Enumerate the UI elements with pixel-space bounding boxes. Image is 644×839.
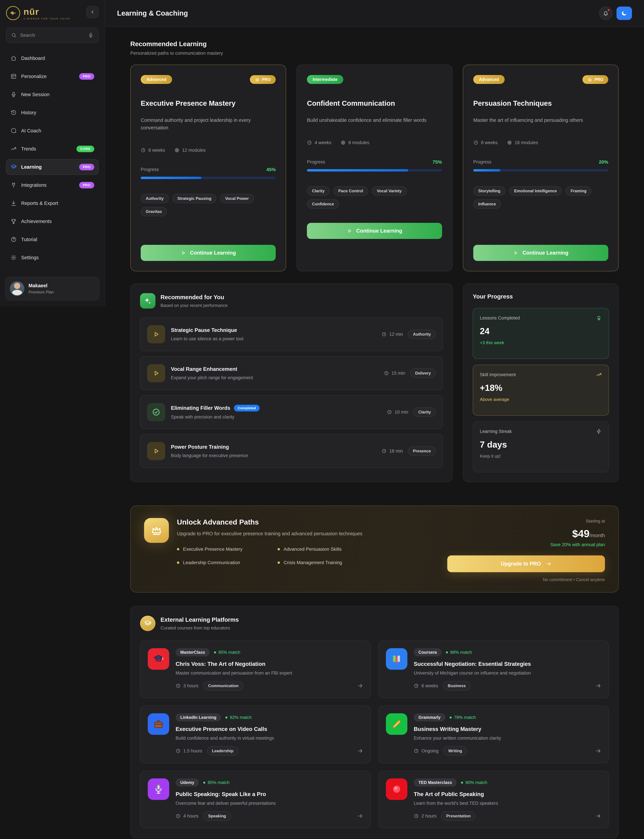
lesson-duration: 12 min [389, 332, 403, 337]
notification-dot [607, 8, 610, 12]
sidebar-item-dashboard[interactable]: Dashboard [6, 50, 99, 66]
arrow-right-icon[interactable] [357, 683, 363, 689]
course-card[interactable]: MasterClass 95% match Chris Voss: The Ar… [140, 640, 371, 698]
target-icon [174, 148, 179, 153]
sidebar-item-integrations[interactable]: Integrations PRO [6, 177, 99, 193]
lesson-tag: Authority [408, 329, 436, 339]
arrow-right-icon[interactable] [357, 813, 363, 819]
notifications-button[interactable] [599, 7, 613, 20]
course-tag: Presentation [441, 811, 476, 821]
progress-label: Progress [307, 160, 325, 165]
lesson-tag: Clarity [413, 407, 436, 417]
user-card[interactable]: Makaeel Premium Plan [5, 277, 99, 300]
tags: ClarityPace ControlVocal VarietyConfiden… [307, 186, 442, 209]
sidebar-item-icon [10, 236, 17, 243]
sidebar-item-tutorial[interactable]: Tutorial [6, 232, 99, 247]
lesson-description: Expand your pitch range for engagement [171, 375, 378, 380]
plan-badge: PRO [79, 182, 94, 188]
sidebar-item-icon [10, 218, 17, 225]
pro-badge: PRO [250, 75, 276, 84]
tag: Influence [473, 199, 501, 209]
crown-icon [255, 77, 260, 82]
brand-tagline: A MIRROR FOR YOUR VOICE [23, 18, 71, 20]
upgrade-to-pro-button[interactable]: Upgrade to PRO [447, 555, 605, 572]
course-card[interactable]: Grammarly 78% match Business Writing Mas… [378, 706, 609, 763]
voice-search-icon[interactable] [88, 32, 94, 38]
path-description: Command authority and project leadership… [141, 117, 276, 132]
stat-label: Skill Improvement [480, 372, 516, 377]
upgrade-feature: Executive Presence Mastery [177, 546, 278, 552]
arrow-right-icon[interactable] [357, 748, 363, 754]
platform-chip: MasterClass [176, 648, 210, 656]
clock-icon [414, 749, 419, 753]
search-box[interactable] [6, 28, 99, 43]
sidebar-item-trends[interactable]: Trends CORE [6, 141, 99, 157]
stat-note: Above average [480, 397, 602, 402]
section-title: Recommended Learning [130, 40, 619, 48]
play-icon [513, 250, 518, 255]
stat-label: Learning Streak [480, 429, 512, 434]
recommendation-item[interactable]: Eliminating Filler Words Completed Speak… [140, 395, 443, 429]
tags: AuthorityStrategic PausingVocal PowerGra… [141, 194, 276, 216]
level-badge: Intermediate [307, 75, 343, 84]
tag: Clarity [307, 186, 330, 196]
continue-learning-button[interactable]: Continue Learning [307, 223, 442, 239]
course-duration: 4 hours [183, 813, 199, 819]
sidebar-item-label: Tutorial [21, 237, 94, 242]
course-card[interactable]: Coursera 88% match Successful Negotiatio… [378, 640, 609, 698]
sidebar-item-personalize[interactable]: Personalize PRO [6, 69, 99, 84]
plan-badge: PRO [79, 164, 94, 170]
sidebar-item-settings[interactable]: Settings [6, 250, 99, 265]
sidebar-item-icon [10, 254, 17, 261]
your-progress-panel: Your Progress Lessons Completed 24 +3 th… [463, 283, 619, 482]
sidebar-item-icon [10, 55, 17, 61]
clock-icon [176, 683, 181, 688]
recommendation-item[interactable]: Vocal Range Enhancement Expand your pitc… [140, 356, 443, 390]
stat-note: Keep it up! [480, 454, 602, 459]
arrow-right-icon[interactable] [595, 748, 601, 754]
match-score: 78% match [450, 715, 476, 720]
upgrade-feature: Crisis Management Training [278, 560, 388, 565]
avatar [10, 281, 25, 296]
continue-learning-button[interactable]: Continue Learning [141, 245, 276, 261]
duration: 4 weeks [315, 140, 331, 145]
lesson-title: Eliminating Filler Words [171, 405, 230, 411]
plan-badge: PRO [79, 73, 94, 80]
arrow-right-icon[interactable] [595, 683, 601, 689]
recommendation-item[interactable]: Power Posture Training Body language for… [140, 434, 443, 468]
sidebar-item-learning[interactable]: Learning PRO [6, 159, 99, 175]
sidebar-item-ai-coach[interactable]: AI Coach [6, 123, 99, 138]
course-card[interactable]: TED Masterclass 90% match The Art of Pub… [378, 771, 609, 828]
progress-label: Progress [141, 167, 159, 172]
theme-toggle-button[interactable] [616, 7, 632, 20]
arrow-right-icon[interactable] [595, 813, 601, 819]
tag: Emotional Intelligence [509, 186, 562, 196]
course-title: Business Writing Mastery [414, 726, 601, 732]
course-card[interactable]: Udemy 85% match Public Speaking: Speak L… [140, 771, 371, 828]
chevron-left-icon [90, 10, 95, 15]
sidebar-item-icon [10, 164, 17, 170]
sidebar-item-achievements[interactable]: Achievements [6, 214, 99, 229]
progress-bar [473, 169, 608, 171]
course-title: Public Speaking: Speak Like a Pro [176, 791, 363, 797]
user-plan: Premium Plan [28, 290, 54, 294]
sidebar-nav: Dashboard Personalize PRO New Session Hi… [6, 50, 99, 265]
course-card[interactable]: LinkedIn Learning 92% match Executive Pr… [140, 706, 371, 763]
sidebar-item-history[interactable]: History [6, 105, 99, 120]
sidebar-item-new-session[interactable]: New Session [6, 87, 99, 102]
recommendation-item[interactable]: Strategic Pause Technique Learn to use s… [140, 318, 443, 351]
learning-path-card: Advanced PRO Persuasion Techniques Maste… [463, 64, 619, 271]
lesson-title: Strategic Pause Technique [171, 327, 237, 333]
sidebar-item-label: Settings [21, 255, 94, 260]
search-input[interactable] [20, 33, 84, 38]
continue-learning-button[interactable]: Continue Learning [473, 245, 608, 261]
course-duration: 3 hours [183, 683, 199, 688]
sidebar-item-label: Reports & Export [21, 201, 94, 206]
target-icon [507, 140, 512, 145]
brand-name: nūr [23, 7, 71, 17]
crown-icon [144, 518, 169, 543]
course-title: Successful Negotiation: Essential Strate… [414, 661, 601, 667]
platform-chip: TED Masterclass [414, 778, 457, 786]
sidebar-item-reports-export[interactable]: Reports & Export [6, 195, 99, 211]
sidebar-collapse-button[interactable] [87, 6, 99, 18]
